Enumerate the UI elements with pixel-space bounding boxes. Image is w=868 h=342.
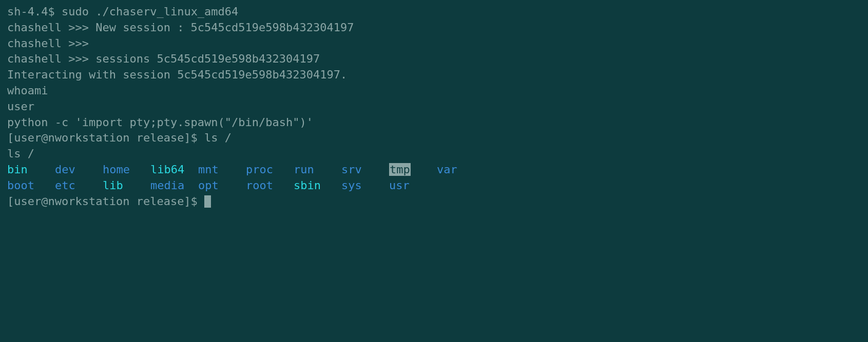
dir-entry: srv [341, 162, 389, 178]
ls-output: bin dev home lib64 mnt proc run srv tmp … [7, 162, 861, 194]
dir-entry: lib [103, 178, 150, 194]
dir-entry: lib64 [150, 162, 198, 178]
dir-entry: root [246, 178, 294, 194]
dir-entry: tmp [389, 162, 437, 178]
dir-entry: run [294, 162, 341, 178]
dir-entry: sys [341, 178, 389, 194]
terminal-line: python -c 'import pty;pty.spawn("/bin/ba… [7, 115, 861, 131]
dir-entry: opt [198, 178, 246, 194]
dir-entry: usr [389, 178, 437, 194]
shell-prompt: sh-4.4$ [7, 5, 62, 18]
ls-row: bin dev home lib64 mnt proc run srv tmp … [7, 162, 861, 178]
dir-entry: boot [7, 178, 55, 194]
terminal-line: user [7, 99, 861, 115]
dir-entry: etc [55, 178, 103, 194]
dir-entry: proc [246, 162, 294, 178]
dir-entry: var [437, 162, 485, 178]
terminal-line: [user@nworkstation release]$ [7, 194, 861, 210]
dir-entry: dev [55, 162, 103, 178]
terminal-line: chashell >>> sessions 5c545cd519e598b432… [7, 51, 861, 67]
terminal-line: sh-4.4$ sudo ./chaserv_linux_amd64 [7, 4, 861, 20]
terminal-line: Interacting with session 5c545cd519e598b… [7, 67, 861, 83]
terminal-line: [user@nworkstation release]$ ls / [7, 130, 861, 146]
terminal-line: chashell >>> New session : 5c545cd519e59… [7, 20, 861, 36]
command-text: sudo ./chaserv_linux_amd64 [62, 5, 238, 18]
terminal-line: ls / [7, 146, 861, 162]
terminal[interactable]: sh-4.4$ sudo ./chaserv_linux_amd64 chash… [7, 4, 861, 209]
dir-entry: sbin [294, 178, 341, 194]
cursor-block [204, 195, 211, 208]
dir-entry: mnt [198, 162, 246, 178]
ls-row: boot etc lib media opt root sbin sys usr [7, 178, 861, 194]
terminal-line: whoami [7, 83, 861, 99]
dir-entry: home [103, 162, 150, 178]
dir-entry: media [150, 178, 198, 194]
dir-entry: bin [7, 162, 55, 178]
terminal-line: chashell >>> [7, 36, 861, 52]
shell-prompt: [user@nworkstation release]$ [7, 195, 204, 208]
